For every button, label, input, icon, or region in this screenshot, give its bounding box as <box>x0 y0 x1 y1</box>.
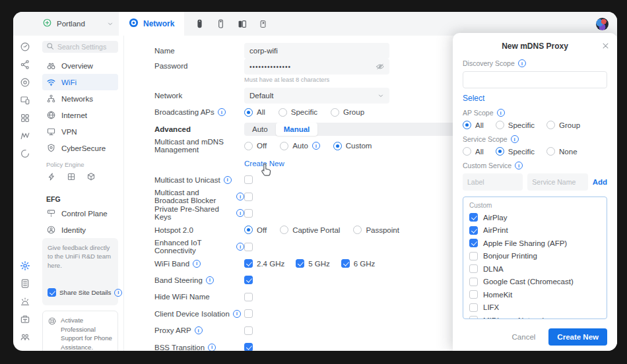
switch-icon[interactable] <box>237 19 248 29</box>
sidebar-item-control-plane[interactable]: Control Plane <box>42 205 118 222</box>
search-box[interactable] <box>42 41 118 53</box>
topology-icon[interactable] <box>20 59 30 70</box>
zones-icon[interactable] <box>67 172 76 181</box>
radio-option-group[interactable]: Group <box>331 108 364 117</box>
sidebar-item-identity[interactable]: Identity <box>42 222 118 238</box>
radio-option-passpoint[interactable]: Passpoint <box>353 226 399 234</box>
info-icon[interactable] <box>206 276 214 284</box>
radio-option-all[interactable]: All <box>463 121 484 129</box>
band-6ghz[interactable]: 6 GHz <box>341 259 376 268</box>
airplay-checkbox[interactable] <box>469 213 478 222</box>
console-icon[interactable] <box>195 18 205 29</box>
close-icon[interactable] <box>602 42 609 51</box>
info-icon[interactable] <box>224 176 232 184</box>
discovery-scope-input[interactable] <box>463 71 607 88</box>
info-icon[interactable] <box>114 289 122 297</box>
info-icon[interactable] <box>195 326 203 334</box>
radio-option-group[interactable]: Group <box>546 121 580 129</box>
automation-icon[interactable] <box>47 172 56 181</box>
ppsk-checkbox[interactable] <box>244 209 253 218</box>
info-icon[interactable] <box>236 209 244 217</box>
lifx-checkbox[interactable] <box>469 303 478 312</box>
sidebar-item-internet[interactable]: Internet <box>42 107 118 123</box>
toolbox-icon[interactable] <box>20 314 30 324</box>
info-icon[interactable] <box>497 109 505 117</box>
insights-icon[interactable] <box>20 131 30 141</box>
wifi-name-input[interactable] <box>244 43 389 59</box>
service-name-input[interactable] <box>527 173 587 191</box>
radio-option-specific[interactable]: Specific <box>279 108 317 117</box>
info-icon[interactable] <box>236 243 244 251</box>
info-icon[interactable] <box>208 344 216 351</box>
client-isolation-checkbox[interactable] <box>244 309 253 318</box>
gateway-icon[interactable] <box>216 18 226 29</box>
radio-option-auto[interactable]: Auto <box>280 142 320 150</box>
midi-over-network-checkbox[interactable] <box>469 316 478 319</box>
radio-option-all[interactable]: All <box>244 108 265 117</box>
discovery-scope-select-link[interactable]: Select <box>463 94 484 103</box>
google-cast-checkbox[interactable] <box>469 278 478 286</box>
homekit-checkbox[interactable] <box>469 290 478 299</box>
sidebar-item-vpn[interactable]: VPN <box>42 123 118 140</box>
create-new-mdns-link[interactable]: Create New <box>244 160 284 167</box>
team-icon[interactable] <box>20 332 30 342</box>
radio-option-specific[interactable]: Specific <box>496 147 535 156</box>
band-24ghz[interactable]: 2.4 GHz <box>244 259 284 268</box>
settings-icon[interactable] <box>20 260 30 271</box>
sidebar-item-cybersecure[interactable]: CyberSecure <box>42 140 118 156</box>
radio-option-custom[interactable]: Custom <box>333 142 372 150</box>
radios-icon[interactable] <box>20 77 30 88</box>
dashboard-icon[interactable] <box>20 42 30 52</box>
user-avatar[interactable] <box>596 18 609 30</box>
afp-checkbox[interactable] <box>469 239 478 247</box>
ap-icon[interactable] <box>259 19 267 29</box>
create-new-button[interactable]: Create New <box>548 328 607 346</box>
hide-wifi-name-checkbox[interactable] <box>244 293 253 301</box>
multicast-to-unicast-checkbox[interactable] <box>244 175 253 184</box>
sidebar-item-wifi[interactable]: WiFi <box>42 74 118 90</box>
radio-option-off[interactable]: Off <box>244 142 267 150</box>
bss-transition-checkbox[interactable] <box>244 343 253 351</box>
logs-icon[interactable] <box>20 278 30 289</box>
band-5ghz[interactable]: 5 GHz <box>296 259 330 268</box>
radio-option-captive-portal[interactable]: Captive Portal <box>280 226 340 234</box>
objects-icon[interactable] <box>86 172 96 181</box>
enhanced-iot-checkbox[interactable] <box>244 243 253 251</box>
band-steering-checkbox[interactable] <box>244 276 253 284</box>
info-icon[interactable] <box>515 162 523 169</box>
share-site-details-checkbox[interactable] <box>48 288 56 297</box>
site-selector[interactable]: Portland <box>37 18 119 30</box>
radio-option-none[interactable]: None <box>546 147 578 156</box>
radio-option-specific[interactable]: Specific <box>496 121 535 129</box>
proxy-arp-checkbox[interactable] <box>244 326 253 335</box>
segment-manual[interactable]: Manual <box>276 123 318 136</box>
sidebar-item-networks[interactable]: Networks <box>42 90 118 107</box>
segment-auto[interactable]: Auto <box>244 123 276 136</box>
wifi-password-input[interactable] <box>244 59 389 75</box>
info-icon[interactable] <box>518 59 526 67</box>
radio-option-all[interactable]: All <box>463 147 484 156</box>
eye-off-icon[interactable] <box>376 62 385 74</box>
info-icon[interactable] <box>312 142 320 150</box>
info-icon[interactable] <box>193 260 201 268</box>
devices-icon[interactable] <box>20 95 30 106</box>
info-icon[interactable] <box>511 135 519 143</box>
info-icon[interactable] <box>233 310 241 318</box>
add-service-link[interactable]: Add <box>593 178 607 186</box>
bonjour-printing-checkbox[interactable] <box>469 252 478 260</box>
info-icon[interactable] <box>236 193 244 200</box>
clients-icon[interactable] <box>20 113 30 123</box>
network-select[interactable]: Default <box>244 88 389 104</box>
service-label-input[interactable] <box>463 173 523 191</box>
search-input[interactable] <box>57 43 114 51</box>
tab-network[interactable]: Network <box>119 12 184 36</box>
airprint-checkbox[interactable] <box>469 226 478 235</box>
sidebar-item-overview[interactable]: Overview <box>42 57 118 74</box>
alerts-icon[interactable] <box>20 296 30 307</box>
radio-option-off[interactable]: Off <box>244 226 267 234</box>
ring-icon[interactable] <box>20 148 30 159</box>
dlna-checkbox[interactable] <box>469 264 478 273</box>
cancel-button[interactable]: Cancel <box>512 333 536 341</box>
info-icon[interactable] <box>218 108 226 116</box>
broadcast-blocker-checkbox[interactable] <box>244 193 253 201</box>
